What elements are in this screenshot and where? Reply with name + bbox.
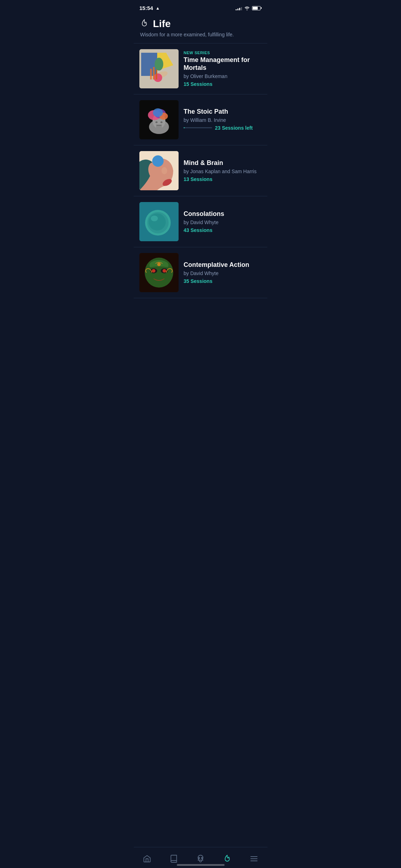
svg-rect-8	[156, 69, 157, 79]
series-item-mind-brain[interactable]: Mind & Brain by Jonas Kaplan and Sam Har…	[134, 145, 267, 196]
series-title-stoic-path: The Stoic Path	[184, 108, 262, 116]
page-subtitle: Wisdom for a more examined, fulfilling l…	[140, 32, 262, 37]
series-info-time-management: NEW SERIES Time Management for Mortals b…	[184, 51, 262, 87]
thumbnail-art-contemplative	[139, 253, 179, 292]
series-item-time-management[interactable]: NEW SERIES Time Management for Mortals b…	[134, 43, 267, 94]
series-sessions-stoic-path: 23 Sessions left	[215, 125, 253, 131]
series-author-time-management: by Oliver Burkeman	[184, 73, 262, 79]
thumbnail-art-time-mgmt	[139, 49, 179, 88]
svg-point-21	[152, 155, 164, 167]
status-left: 15:54 ▲	[139, 5, 160, 11]
svg-point-27	[149, 213, 166, 231]
series-sessions-contemplative-action: 35 Sessions	[184, 278, 262, 284]
flame-icon	[139, 19, 149, 29]
battery-indicator	[252, 6, 262, 10]
status-time: 15:54	[139, 5, 153, 11]
series-title-time-management: Time Management for Mortals	[184, 56, 262, 72]
series-thumbnail-contemplative	[139, 253, 179, 292]
svg-rect-7	[153, 67, 155, 79]
signal-bar-4	[241, 7, 242, 10]
svg-point-18	[160, 122, 163, 123]
svg-rect-19	[156, 125, 161, 126]
status-right	[236, 6, 262, 10]
progress-bar-fill	[184, 127, 185, 128]
progress-container-stoic: 23 Sessions left	[184, 125, 262, 131]
series-list: NEW SERIES Time Management for Mortals b…	[134, 43, 267, 327]
svg-point-33	[152, 269, 155, 273]
series-item-stoic-path[interactable]: The Stoic Path by William B. Irvine 23 S…	[134, 94, 267, 145]
series-title-mind-brain: Mind & Brain	[184, 159, 262, 167]
thumbnail-art-consolations	[139, 202, 179, 241]
series-author-mind-brain: by Jonas Kaplan and Sam Harris	[184, 169, 262, 174]
status-bar: 15:54 ▲	[134, 0, 267, 14]
series-thumbnail-consolations	[139, 202, 179, 241]
header-title-row: Life	[139, 18, 262, 30]
wifi-icon	[244, 6, 250, 10]
page-title: Life	[153, 18, 171, 30]
series-info-consolations: Consolations by David Whyte 43 Sessions	[184, 210, 262, 233]
svg-point-23	[161, 167, 167, 174]
series-info-contemplative-action: Contemplative Action by David Whyte 35 S…	[184, 261, 262, 284]
svg-point-5	[154, 73, 162, 82]
svg-point-17	[155, 122, 158, 123]
series-thumbnail-mind-brain	[139, 151, 179, 190]
progress-bar-track	[184, 127, 212, 128]
series-info-stoic-path: The Stoic Path by William B. Irvine 23 S…	[184, 108, 262, 131]
svg-rect-6	[150, 69, 152, 79]
series-sessions-time-management: 15 Sessions	[184, 81, 262, 87]
svg-point-16	[153, 108, 163, 117]
series-author-consolations: by David Whyte	[184, 219, 262, 225]
series-thumbnail-time-management	[139, 49, 179, 88]
signal-bar-3	[239, 8, 240, 10]
signal-bar-1	[236, 9, 237, 10]
series-sessions-mind-brain: 13 Sessions	[184, 176, 262, 182]
series-item-contemplative-action[interactable]: Contemplative Action by David Whyte 35 S…	[134, 247, 267, 298]
svg-point-34	[163, 269, 166, 273]
series-info-mind-brain: Mind & Brain by Jonas Kaplan and Sam Har…	[184, 159, 262, 182]
series-title-contemplative-action: Contemplative Action	[184, 261, 262, 269]
series-author-stoic-path: by William B. Irvine	[184, 117, 262, 123]
page-header: Life Wisdom for a more examined, fulfill…	[134, 14, 267, 43]
series-title-consolations: Consolations	[184, 210, 262, 218]
location-icon: ▲	[155, 6, 160, 11]
thumbnail-art-mind-brain	[139, 151, 179, 190]
series-thumbnail-stoic-path	[139, 100, 179, 139]
series-sessions-consolations: 43 Sessions	[184, 227, 262, 233]
signal-bars	[236, 6, 242, 10]
signal-bar-2	[237, 9, 238, 10]
thumbnail-art-stoic	[139, 100, 179, 139]
svg-point-3	[155, 58, 163, 71]
svg-point-35	[157, 263, 161, 266]
svg-point-28	[151, 216, 158, 221]
series-tag-time-management: NEW SERIES	[184, 51, 262, 55]
series-author-contemplative-action: by David Whyte	[184, 270, 262, 276]
series-item-consolations[interactable]: Consolations by David Whyte 43 Sessions	[134, 196, 267, 247]
